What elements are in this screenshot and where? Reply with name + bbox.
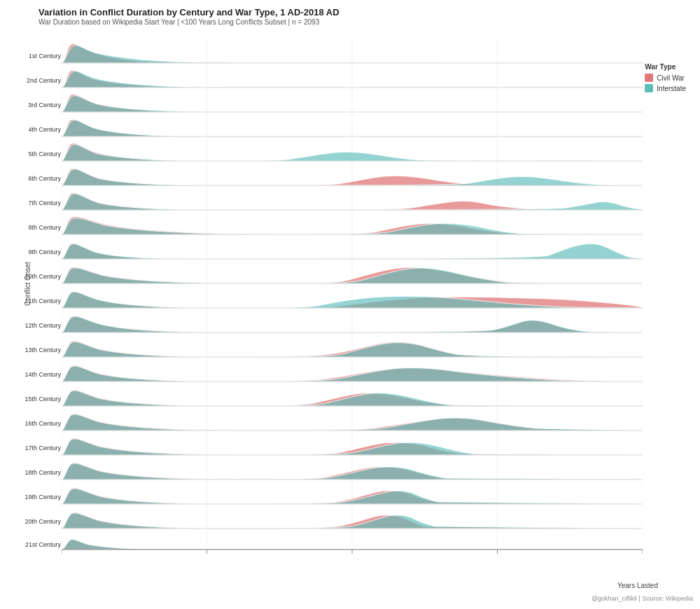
century-label-14: 14th Century bbox=[24, 371, 61, 378]
svg-text:75: 75 bbox=[493, 556, 502, 556]
century-label-15: 15th Century bbox=[24, 396, 61, 402]
century-label-1: 1st Century bbox=[29, 52, 61, 59]
century-label-8: 8th Century bbox=[28, 224, 61, 231]
chart-subtitle: War Duration based on Wikipedia Start Ye… bbox=[38, 18, 319, 26]
row-labels: 1st Century 2nd Century 3rd Century 4th … bbox=[4, 38, 61, 556]
century-label-10: 10th Century bbox=[24, 273, 61, 280]
century-label-18: 18th Century bbox=[24, 469, 61, 476]
legend-item-civil-war: Civil War bbox=[645, 74, 686, 82]
legend-interstate-icon bbox=[645, 84, 653, 92]
ridgeline-chart: 0 25 50 75 100 bbox=[62, 38, 643, 556]
legend-title: War Type bbox=[645, 63, 686, 71]
century-label-16: 16th Century bbox=[24, 420, 61, 427]
svg-text:50: 50 bbox=[348, 556, 356, 556]
century-label-4: 4th Century bbox=[28, 126, 61, 133]
legend-civil-war-label: Civil War bbox=[657, 74, 685, 82]
legend-interstate-label: Interstate bbox=[657, 85, 686, 92]
chart-container: Variation in Conflict Duration by Centur… bbox=[0, 0, 700, 609]
svg-text:0: 0 bbox=[62, 556, 64, 556]
chart-title: Variation in Conflict Duration by Centur… bbox=[38, 7, 340, 18]
century-label-13: 13th Century bbox=[24, 346, 61, 354]
svg-text:25: 25 bbox=[203, 556, 211, 556]
century-label-2: 2nd Century bbox=[27, 77, 61, 84]
legend: War Type Civil War Interstate bbox=[645, 63, 686, 94]
century-label-19: 19th Century bbox=[24, 493, 61, 500]
century-label-21: 21st Century bbox=[25, 541, 61, 548]
century-label-5: 5th Century bbox=[28, 150, 61, 158]
century-label-6: 6th Century bbox=[28, 175, 61, 182]
century-label-20: 20th Century bbox=[24, 518, 61, 525]
attribution: @gokhan_ciflikli | Source: Wikipedia bbox=[592, 595, 693, 602]
svg-text:100: 100 bbox=[637, 556, 643, 556]
century-label-3: 3rd Century bbox=[28, 102, 61, 108]
century-label-12: 12th Century bbox=[24, 322, 61, 329]
century-label-9: 9th Century bbox=[28, 248, 61, 255]
century-label-17: 17th Century bbox=[24, 444, 61, 451]
x-axis-label: Years Lasted bbox=[617, 582, 658, 589]
century-label-7: 7th Century bbox=[28, 200, 61, 206]
legend-item-interstate: Interstate bbox=[645, 84, 686, 92]
legend-civil-war-icon bbox=[645, 74, 653, 82]
century-label-11: 11th Century bbox=[24, 298, 61, 304]
